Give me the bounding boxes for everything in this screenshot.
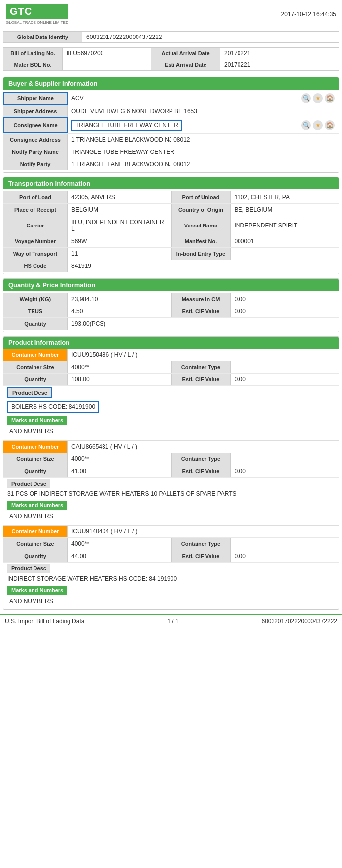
carrier-value: IILU, INDEPENDENT CONTAINER L [68, 216, 171, 235]
hs-code-label: HS Code [3, 260, 68, 272]
inbond-value [231, 248, 339, 260]
timestamp: 2017-10-12 16:44:35 [281, 11, 336, 18]
port-unload-value: 1102, CHESTER, PA [231, 191, 339, 203]
container-1-marks-label: Marks and Numbers [7, 416, 67, 425]
container-3-marks-label-row: Marks and Numbers [3, 584, 339, 596]
container-2-type-label: Container Type [171, 453, 231, 465]
container-2-size-pair: Container Size 4000** [3, 453, 171, 465]
consignee-home-icon[interactable]: 🏠 [325, 120, 335, 130]
container-3-cif-label: Esti. CIF Value [171, 550, 231, 562]
global-data-label: Global Data Identity [3, 32, 82, 43]
container-2-size-value: 4000** [68, 453, 171, 465]
master-bol-value [63, 59, 151, 71]
consignee-icon-group: 🔍 ★ 🏠 [301, 117, 339, 133]
container-1-number-row: Container Number ICUU9150486 ( HV / L / … [3, 349, 339, 361]
bol-value: IILU56970200 [63, 48, 151, 59]
container-1-type-value [231, 361, 339, 373]
hs-code-value: 841919 [68, 260, 339, 272]
port-unload-label: Port of Unload [171, 191, 231, 203]
product-info-content: Container Number ICUU9150486 ( HV / L / … [3, 349, 339, 609]
master-bol-label: Mater BOL No. [3, 59, 63, 71]
container-2-product-desc-value: 31 PCS OF INDIRECT STORAGE WATER HEATERS… [3, 490, 339, 499]
container-2-qty-pair: Quantity 41.00 [3, 465, 171, 477]
esti-arrival-value: 20170221 [220, 59, 339, 71]
shipper-name-value: ACV [68, 92, 301, 105]
voyage-pair: Voyage Number 569W [3, 235, 171, 247]
way-transport-value: 11 [68, 248, 171, 260]
port-unload-pair: Port of Unload 1102, CHESTER, PA [171, 191, 339, 203]
teus-label: TEUS [3, 305, 68, 317]
container-2-cif-value: 0.00 [231, 465, 339, 477]
vessel-label: Vessel Name [171, 216, 231, 235]
esti-arrival-label: Esti Arrival Date [151, 59, 220, 71]
consignee-star-icon[interactable]: ★ [313, 120, 323, 130]
carrier-pair: Carrier IILU, INDEPENDENT CONTAINER L [3, 216, 171, 235]
product-info-section: Product Information Container Number ICU… [3, 336, 339, 610]
consignee-search-icon[interactable]: 🔍 [301, 120, 311, 130]
consignee-address-label: Consignee Address [3, 134, 68, 146]
bill-info-section: Bill of Lading No. IILU56970200 Actual A… [0, 45, 342, 73]
country-origin-label: Country of Origin [171, 204, 231, 216]
manifest-pair: Manifest No. 000001 [171, 235, 339, 247]
carrier-vessel-row: Carrier IILU, INDEPENDENT CONTAINER L Ve… [3, 216, 339, 235]
inbond-pair: In-bond Entry Type [171, 248, 339, 260]
way-transport-label: Way of Transport [3, 248, 68, 260]
star-icon[interactable]: ★ [313, 93, 323, 103]
container-2-number-value: CAIU8665431 ( HV / L / ) [68, 441, 339, 453]
consignee-address-value: 1 TRIANGLE LANE BLACKWOOD NJ 08012 [68, 134, 339, 146]
shipper-name-label: Shipper Name [3, 92, 68, 105]
container-3-size-row: Container Size 4000** Container Type [3, 538, 339, 550]
port-row: Port of Load 42305, ANVERS Port of Unloa… [3, 191, 339, 204]
consignee-name-row: Consignee Name TRIANGLE TUBE FREEWAY CEN… [3, 117, 339, 134]
container-3-number-row: Container Number ICUU9140404 ( HV / L / … [3, 526, 339, 538]
container-3-desc-label-row: Product Desc [3, 563, 339, 574]
container-2-type-pair: Container Type [171, 453, 339, 465]
logo-icon: GTC [6, 4, 68, 19]
voyage-manifest-row: Voyage Number 569W Manifest No. 000001 [3, 235, 339, 248]
footer-center: 1 / 1 [167, 618, 178, 625]
container-3-qty-pair: Quantity 44.00 [3, 550, 171, 562]
quantity-price-section: Quantity & Price Information Weight (KG)… [3, 278, 339, 332]
container-3-marks-label: Marks and Numbers [7, 586, 67, 595]
bol-label: Bill of Lading No. [3, 48, 63, 59]
inbond-label: In-bond Entry Type [171, 248, 231, 260]
buyer-supplier-content: Shipper Name ACV 🔍 ★ 🏠 Shipper Address O… [3, 90, 339, 172]
way-inbond-row: Way of Transport 11 In-bond Entry Type [3, 248, 339, 260]
place-receipt-pair: Place of Receipt BELGIUM [3, 204, 171, 216]
weight-value: 23,984.10 [68, 293, 171, 305]
buyer-supplier-title: Buyer & Supplier Information [3, 77, 339, 90]
container-1-number-value: ICUU9150486 ( HV / L / ) [68, 349, 339, 361]
port-load-label: Port of Load [3, 191, 68, 203]
weight-pair: Weight (KG) 23,984.10 [3, 293, 171, 305]
home-icon[interactable]: 🏠 [325, 93, 335, 103]
container-2-number-label: Container Number [3, 441, 68, 453]
transportation-title: Transportation Information [3, 177, 339, 189]
teus-pair: TEUS 4.50 [3, 305, 171, 317]
container-3: Container Number ICUU9140404 ( HV / L / … [3, 526, 339, 609]
container-1: Container Number ICUU9150486 ( HV / L / … [3, 349, 339, 441]
container-1-size-value: 4000** [68, 361, 171, 373]
qp-quantity-row: Quantity 193.00(PCS) [3, 318, 339, 330]
header: GTC GLOBAL TRADE ONLINE LIMITED 2017-10-… [0, 0, 342, 29]
voyage-value: 569W [68, 235, 171, 247]
weight-label: Weight (KG) [3, 293, 68, 305]
actual-arrival-value: 20170221 [220, 48, 339, 59]
container-1-qty-pair: Quantity 108.00 [3, 374, 171, 385]
container-1-cif-label: Esti. CIF Value [171, 374, 231, 385]
container-1-qty-label: Quantity [3, 374, 68, 385]
notify-party-label: Notify Party [3, 158, 68, 170]
consignee-address-row: Consignee Address 1 TRIANGLE LANE BLACKW… [3, 134, 339, 146]
container-1-size-label: Container Size [3, 361, 68, 373]
container-1-product-desc-label: Product Desc [7, 387, 52, 398]
search-icon[interactable]: 🔍 [301, 93, 311, 103]
esti-cif-label: Esti. CIF Value [171, 305, 231, 317]
container-2-size-label: Container Size [3, 453, 68, 465]
vessel-value: INDEPENDENT SPIRIT [231, 216, 339, 235]
notify-party-name-value: TRIANGLE TUBE FREEWAY CENTER [68, 146, 339, 158]
container-2-size-row: Container Size 4000** Container Type [3, 453, 339, 465]
container-3-type-pair: Container Type [171, 538, 339, 550]
measure-pair: Measure in CM 0.00 [171, 293, 339, 305]
way-transport-pair: Way of Transport 11 [3, 248, 171, 260]
container-2-product-desc-label: Product Desc [7, 479, 50, 488]
container-3-qty-row: Quantity 44.00 Esti. CIF Value 0.00 [3, 550, 339, 563]
